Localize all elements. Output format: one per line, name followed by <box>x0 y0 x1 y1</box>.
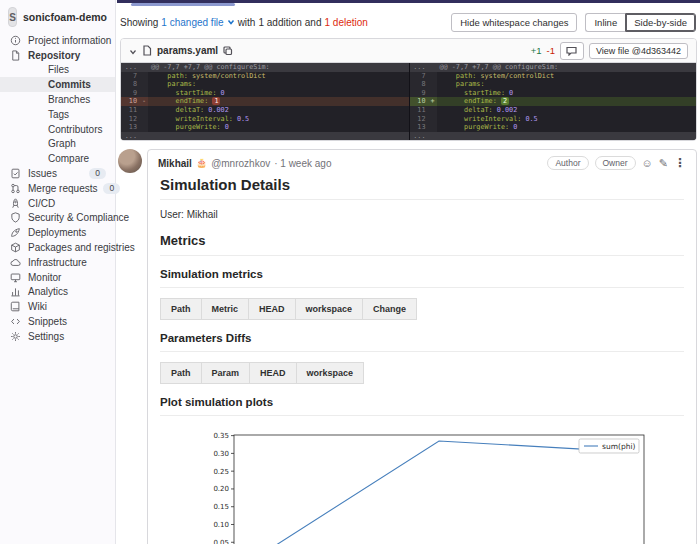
copy-path-icon[interactable] <box>223 42 233 60</box>
sidebar-item-analytics[interactable]: Analytics <box>0 285 115 300</box>
section-metrics: Metrics <box>160 233 684 256</box>
diff-file-card: params.yaml +1 -1 View file @4d363442 ..… <box>120 38 697 141</box>
author-badge: Author <box>547 156 588 170</box>
diff-summary-bar: Showing 1 changed file with 1 addition a… <box>120 13 696 32</box>
sidebar-item-branches[interactable]: Branches <box>0 92 115 107</box>
code-line <box>437 132 697 141</box>
sidebar-item-tags[interactable]: Tags <box>0 107 115 122</box>
sidebar-item-infrastructure[interactable]: Infrastructure <box>0 255 115 270</box>
project-avatar: S <box>8 7 17 27</box>
sidebar-item-contributors[interactable]: Contributors <box>0 122 115 137</box>
code-line: path: system/controlDict <box>437 72 697 81</box>
summary-addition: 1 addition <box>258 17 301 28</box>
line-number[interactable]: 7 <box>121 72 140 81</box>
line-number[interactable]: 12 <box>121 115 140 124</box>
code-line: deltaT: 0.002 <box>148 106 409 115</box>
side-by-side-view-button[interactable]: Side-by-side <box>625 13 696 32</box>
sidebar-item-merge-requests[interactable]: Merge requests0 <box>0 181 115 196</box>
sidebar-item-repository[interactable]: Repository <box>0 48 115 63</box>
sidebar-item-label: Infrastructure <box>28 257 87 268</box>
hide-whitespace-button[interactable]: Hide whitespace changes <box>451 13 577 32</box>
changed-file-link[interactable]: 1 changed file <box>161 17 223 28</box>
sidebar-item-compare[interactable]: Compare <box>0 151 115 166</box>
line-number[interactable]: 13 <box>410 123 429 132</box>
collapse-chevron-icon[interactable] <box>129 42 137 60</box>
sidebar-item-label: Security & Compliance <box>28 212 129 223</box>
code-line: path: system/controlDict <box>148 72 409 81</box>
inline-view-button[interactable]: Inline <box>585 13 625 32</box>
author-name[interactable]: Mikhail <box>158 158 192 169</box>
line-number[interactable]: 10 <box>121 97 140 106</box>
sidebar-item-cicd[interactable]: CI/CD <box>0 196 115 211</box>
note-card: Mikhail 🎂 @mnrozhkov · 1 week ago Author… <box>147 149 697 544</box>
diff-row: ...@@ -7,7 +7,7 @@ configureSim: <box>121 63 409 72</box>
line-number[interactable]: 13 <box>121 123 140 132</box>
merge-requests-icon <box>10 182 22 194</box>
sidebar-item-packages[interactable]: Packages and registries <box>0 240 115 255</box>
sidebar-item-files[interactable]: Files <box>0 63 115 78</box>
line-number[interactable]: 7 <box>410 72 429 81</box>
deletions-count: -1 <box>547 45 555 56</box>
project-header[interactable]: S sonicfoam-demo <box>0 0 115 33</box>
line-number[interactable]: 9 <box>410 89 429 98</box>
chevron-down-icon[interactable] <box>227 17 235 28</box>
file-name[interactable]: params.yaml <box>157 45 218 56</box>
section-simulation-metrics: Simulation metrics <box>160 268 684 288</box>
code-line: endTime: 1 <box>148 97 409 106</box>
line-number[interactable]: ... <box>121 63 140 72</box>
line-number[interactable]: ... <box>121 132 140 141</box>
note-timestamp[interactable]: · 1 week ago <box>274 158 331 169</box>
change-sign: + <box>429 97 437 106</box>
change-sign <box>429 115 437 124</box>
sidebar-item-label: Deployments <box>28 227 86 238</box>
svg-text:0.20: 0.20 <box>213 486 229 494</box>
add-reaction-icon[interactable]: ☺ <box>642 158 653 169</box>
line-number[interactable]: 12 <box>410 115 429 124</box>
view-file-button[interactable]: View file @4d363442 <box>589 43 688 59</box>
change-sign <box>429 89 437 98</box>
sidebar-item-wiki[interactable]: Wiki <box>0 299 115 314</box>
view-mode-toggle: Inline Side-by-side <box>585 13 696 32</box>
line-number[interactable]: 11 <box>410 106 429 115</box>
line-number[interactable]: 8 <box>410 80 429 89</box>
code-line: purgeWrite: 0 <box>437 123 697 132</box>
sidebar-item-deployments[interactable]: Deployments <box>0 225 115 240</box>
diff-row: 11 deltaT: 0.002 <box>410 106 697 115</box>
code-line: endTime: 2 <box>437 97 697 106</box>
diff-pane-new: ...@@ -7,7 +7,7 @@ configureSim:7 path: … <box>409 63 697 140</box>
sidebar-item-snippets[interactable]: Snippets <box>0 314 115 329</box>
metrics-col-head: HEAD <box>249 299 296 320</box>
sidebar-item-graph[interactable]: Graph <box>0 137 115 152</box>
line-number[interactable]: 11 <box>121 106 140 115</box>
summary-with: with <box>238 17 256 28</box>
avatar[interactable] <box>118 149 142 173</box>
diff-file-header: params.yaml +1 -1 View file @4d363442 <box>121 39 696 63</box>
code-line: @@ -7,7 +7,7 @@ configureSim: <box>437 63 697 72</box>
sidebar-item-settings[interactable]: Settings <box>0 329 115 344</box>
code-line: startTime: 0 <box>148 89 409 98</box>
edit-icon[interactable]: ✎ <box>659 158 668 169</box>
comment-button[interactable] <box>560 42 584 60</box>
sidebar-item-commits[interactable]: Commits <box>0 77 115 92</box>
line-number[interactable]: 10 <box>410 97 429 106</box>
security-icon <box>10 212 22 224</box>
more-actions-icon[interactable]: ⋮ <box>674 157 686 169</box>
sidebar-item-label: Wiki <box>28 301 47 312</box>
sidebar-item-security[interactable]: Security & Compliance <box>0 211 115 226</box>
sidebar-item-monitor[interactable]: Monitor <box>0 270 115 285</box>
active-tab-indicator <box>131 3 235 6</box>
line-number[interactable]: ... <box>410 132 429 141</box>
monitor-icon <box>10 271 22 283</box>
sidebar-item-label: Branches <box>48 94 90 105</box>
sidebar-item-label: Tags <box>48 109 69 120</box>
sidebar-item-project-information[interactable]: Project information <box>0 33 115 48</box>
settings-icon <box>10 330 22 342</box>
line-number[interactable]: 9 <box>121 89 140 98</box>
diff-row: 10- endTime: 1 <box>121 97 409 106</box>
line-number[interactable]: 8 <box>121 80 140 89</box>
params-col-param: Param <box>201 363 250 384</box>
sidebar-item-issues[interactable]: Issues0 <box>0 166 115 181</box>
sidebar-item-label: CI/CD <box>28 198 55 209</box>
svg-text:0.15: 0.15 <box>213 503 229 511</box>
line-number[interactable]: ... <box>410 63 429 72</box>
